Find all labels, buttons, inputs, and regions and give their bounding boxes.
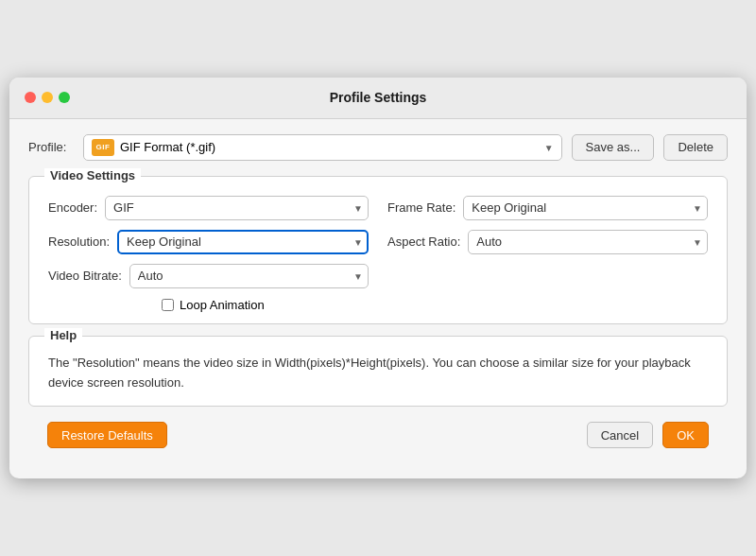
aspect-ratio-label: Aspect Ratio: <box>387 235 460 249</box>
video-bitrate-dropdown-wrapper: Auto ▼ <box>129 264 369 288</box>
aspect-ratio-dropdown[interactable]: Auto <box>468 230 708 254</box>
encoder-dropdown[interactable]: GIF <box>105 196 369 220</box>
profile-dropdown-arrow-icon: ▼ <box>544 142 554 152</box>
loop-animation-row: Loop Animation <box>48 298 708 312</box>
resolution-label: Resolution: <box>48 235 110 249</box>
loop-animation-checkbox[interactable] <box>162 299 174 311</box>
video-settings-content: Encoder: GIF ▼ Frame Rate: <box>29 177 727 312</box>
gif-badge: GIF <box>92 139 114 156</box>
encoder-row: Encoder: GIF ▼ <box>48 196 369 220</box>
ok-button[interactable]: OK <box>662 422 709 448</box>
profile-dropdown[interactable]: GIF GIF Format (*.gif) ▼ <box>83 134 562 161</box>
help-section-title: Help <box>44 328 82 342</box>
resolution-dropdown-wrapper: Keep Original ▼ <box>117 230 369 254</box>
main-content: Profile: GIF GIF Format (*.gif) ▼ Save a… <box>9 119 747 479</box>
cancel-button[interactable]: Cancel <box>587 422 653 448</box>
title-bar: Profile Settings <box>9 78 747 119</box>
video-bitrate-row: Video Bitrate: Auto ▼ <box>48 264 369 288</box>
encoder-label: Encoder: <box>48 200 97 215</box>
window-title: Profile Settings <box>330 90 427 105</box>
profile-dropdown-wrapper: GIF GIF Format (*.gif) ▼ <box>83 134 562 161</box>
delete-button[interactable]: Delete <box>663 134 728 161</box>
resolution-row: Resolution: Keep Original ▼ <box>48 230 369 254</box>
video-settings-grid: Encoder: GIF ▼ Frame Rate: <box>48 196 708 288</box>
bottom-bar: Restore Defaults Cancel OK <box>28 422 728 463</box>
minimize-button[interactable] <box>42 92 53 103</box>
loop-animation-label[interactable]: Loop Animation <box>180 298 265 312</box>
restore-defaults-button[interactable]: Restore Defaults <box>47 422 167 448</box>
maximize-button[interactable] <box>59 92 70 103</box>
video-settings-title: Video Settings <box>44 168 141 182</box>
aspect-ratio-dropdown-wrapper: Auto ▼ <box>468 230 708 254</box>
profile-label: Profile: <box>28 140 74 154</box>
frame-rate-row: Frame Rate: Keep Original ▼ <box>387 196 708 220</box>
video-settings-section: Video Settings Encoder: GIF ▼ <box>28 176 728 324</box>
frame-rate-dropdown-wrapper: Keep Original ▼ <box>463 196 708 220</box>
profile-value: GIF Format (*.gif) <box>120 140 215 154</box>
frame-rate-label: Frame Rate: <box>387 200 455 215</box>
help-text: The "Resolution" means the video size in… <box>29 337 727 393</box>
bottom-right-buttons: Cancel OK <box>587 422 709 448</box>
resolution-dropdown[interactable]: Keep Original <box>117 230 369 254</box>
frame-rate-dropdown[interactable]: Keep Original <box>463 196 708 220</box>
aspect-ratio-row: Aspect Ratio: Auto ▼ <box>387 230 708 254</box>
help-section: Help The "Resolution" means the video si… <box>28 336 728 408</box>
video-bitrate-label: Video Bitrate: <box>48 269 122 283</box>
close-button[interactable] <box>25 92 36 103</box>
save-as-button[interactable]: Save as... <box>572 134 655 161</box>
video-bitrate-dropdown[interactable]: Auto <box>129 264 369 288</box>
traffic-lights <box>25 92 70 103</box>
profile-settings-window: Profile Settings Profile: GIF GIF Format… <box>9 78 747 479</box>
encoder-dropdown-wrapper: GIF ▼ <box>105 196 369 220</box>
profile-row: Profile: GIF GIF Format (*.gif) ▼ Save a… <box>28 134 728 161</box>
